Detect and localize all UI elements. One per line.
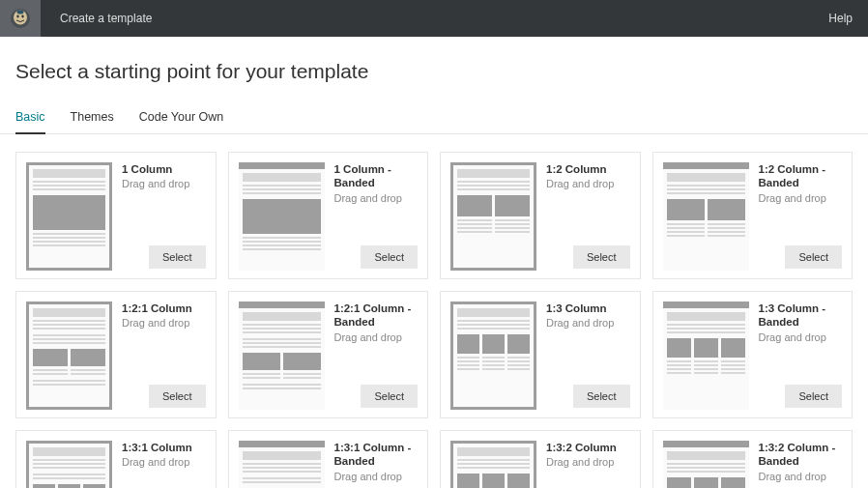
svg-point-4 xyxy=(17,11,24,14)
template-subtitle: Drag and drop xyxy=(334,471,419,482)
template-preview xyxy=(663,301,749,410)
template-card: 1:2 ColumnDrag and dropSelect xyxy=(440,152,641,279)
select-button[interactable]: Select xyxy=(785,385,842,408)
template-preview xyxy=(450,162,536,271)
template-card: 1 ColumnDrag and dropSelect xyxy=(15,152,217,279)
template-info: 1:3 Column - BandedDrag and dropSelect xyxy=(759,301,843,408)
tab-basic[interactable]: Basic xyxy=(15,110,45,134)
template-info: 1:2:1 Column - BandedDrag and dropSelect xyxy=(334,301,419,408)
template-title: 1:3 Column - Banded xyxy=(759,301,843,330)
template-info: 1:2 ColumnDrag and dropSelect xyxy=(546,162,630,269)
template-title: 1 Column xyxy=(122,162,206,176)
template-subtitle: Drag and drop xyxy=(334,331,419,343)
template-card: 1:2:1 ColumnDrag and dropSelect xyxy=(15,291,217,418)
template-card: 1 Column - BandedDrag and dropSelect xyxy=(228,152,429,279)
template-info: 1:3:1 Column - BandedDrag and dropSelect xyxy=(334,441,419,488)
tab-code-your-own[interactable]: Code Your Own xyxy=(139,110,224,133)
template-subtitle: Drag and drop xyxy=(759,192,843,204)
template-preview xyxy=(663,441,749,488)
template-subtitle: Drag and drop xyxy=(546,178,630,189)
template-subtitle: Drag and drop xyxy=(759,471,843,482)
select-button[interactable]: Select xyxy=(573,385,630,408)
template-info: 1 ColumnDrag and dropSelect xyxy=(122,162,206,269)
template-preview xyxy=(450,441,536,488)
template-title: 1:2 Column - Banded xyxy=(759,162,843,190)
template-info: 1:3 ColumnDrag and dropSelect xyxy=(546,301,630,408)
template-title: 1:3:1 Column xyxy=(122,441,206,454)
template-subtitle: Drag and drop xyxy=(122,317,206,329)
template-title: 1:3:2 Column xyxy=(546,441,630,454)
tabs: Basic Themes Code Your Own xyxy=(0,87,868,134)
template-card: 1:3:1 ColumnDrag and dropSelect xyxy=(15,430,217,488)
select-button[interactable]: Select xyxy=(573,245,630,269)
select-button[interactable]: Select xyxy=(361,245,418,269)
select-button[interactable]: Select xyxy=(361,385,418,408)
template-preview xyxy=(26,301,112,410)
template-card: 1:3 ColumnDrag and dropSelect xyxy=(440,291,641,418)
template-title: 1:3 Column xyxy=(546,301,630,315)
template-subtitle: Drag and drop xyxy=(546,456,630,468)
template-card: 1:2:1 Column - BandedDrag and dropSelect xyxy=(228,291,429,418)
template-subtitle: Drag and drop xyxy=(334,192,419,204)
template-preview xyxy=(239,301,325,410)
svg-point-2 xyxy=(16,15,18,18)
template-title: 1 Column - Banded xyxy=(334,162,419,190)
template-card: 1:3:1 Column - BandedDrag and dropSelect xyxy=(228,430,429,488)
template-subtitle: Drag and drop xyxy=(122,456,206,468)
template-info: 1:2 Column - BandedDrag and dropSelect xyxy=(759,162,843,269)
template-preview xyxy=(26,162,112,271)
logo[interactable] xyxy=(0,0,41,37)
template-title: 1:2 Column xyxy=(546,162,630,176)
svg-point-3 xyxy=(21,15,23,18)
template-preview xyxy=(239,441,325,488)
template-card: 1:3 Column - BandedDrag and dropSelect xyxy=(652,291,854,418)
template-title: 1:2:1 Column xyxy=(122,301,206,315)
template-info: 1:2:1 ColumnDrag and dropSelect xyxy=(122,301,206,408)
template-info: 1:3:2 Column - BandedDrag and dropSelect xyxy=(759,441,843,488)
top-bar: Create a template Help xyxy=(0,0,868,37)
template-subtitle: Drag and drop xyxy=(759,331,843,343)
template-preview xyxy=(663,162,749,271)
mailchimp-icon xyxy=(9,7,32,30)
template-info: 1:3:1 ColumnDrag and dropSelect xyxy=(122,441,206,488)
template-preview xyxy=(450,301,536,410)
template-title: 1:3:2 Column - Banded xyxy=(759,441,843,469)
template-subtitle: Drag and drop xyxy=(546,317,630,329)
template-subtitle: Drag and drop xyxy=(122,178,206,189)
template-preview xyxy=(26,441,112,488)
template-info: 1 Column - BandedDrag and dropSelect xyxy=(334,162,419,269)
template-card: 1:3:2 Column - BandedDrag and dropSelect xyxy=(652,430,854,488)
template-card: 1:3:2 ColumnDrag and dropSelect xyxy=(440,430,641,488)
template-grid: 1 ColumnDrag and dropSelect1 Column - Ba… xyxy=(0,134,868,488)
help-link[interactable]: Help xyxy=(828,12,868,25)
template-preview xyxy=(239,162,325,271)
select-button[interactable]: Select xyxy=(149,245,206,269)
template-title: 1:3:1 Column - Banded xyxy=(334,441,419,469)
page-title: Select a starting point for your templat… xyxy=(0,37,868,87)
template-card: 1:2 Column - BandedDrag and dropSelect xyxy=(652,152,854,279)
breadcrumb[interactable]: Create a template xyxy=(41,12,828,25)
template-title: 1:2:1 Column - Banded xyxy=(334,301,419,330)
select-button[interactable]: Select xyxy=(785,245,842,269)
template-info: 1:3:2 ColumnDrag and dropSelect xyxy=(546,441,630,488)
tab-themes[interactable]: Themes xyxy=(71,110,114,133)
select-button[interactable]: Select xyxy=(149,385,206,408)
